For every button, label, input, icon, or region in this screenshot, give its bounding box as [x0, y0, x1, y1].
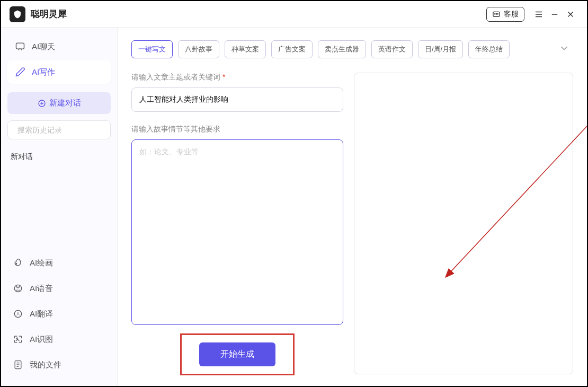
- sidebar-item-voice[interactable]: AI语音: [7, 277, 111, 300]
- svg-point-2: [496, 13, 496, 14]
- search-input[interactable]: [17, 126, 110, 134]
- svg-point-1: [495, 13, 495, 14]
- svg-point-19: [19, 286, 20, 287]
- new-conversation-button[interactable]: 新建对话: [7, 92, 111, 114]
- extra-label: 请输入故事情节等其他要求: [131, 125, 343, 134]
- tab-english[interactable]: 英语作文: [371, 40, 413, 58]
- output-panel: [354, 73, 573, 374]
- minimize-icon[interactable]: [547, 6, 563, 22]
- sidebar-item-label: AI翻译: [30, 309, 53, 319]
- svg-point-3: [497, 13, 498, 14]
- main-content: 一键写文 八卦故事 种草文案 广告文案 卖点生成器 英语作文 日/周/月报 年终…: [118, 28, 587, 386]
- sidebar-item-files[interactable]: 我的文件: [7, 353, 111, 376]
- extra-textarea[interactable]: [131, 139, 343, 325]
- generate-highlight-box: 开始生成: [180, 333, 295, 375]
- chevron-down-icon[interactable]: [555, 39, 573, 59]
- sidebar-item-image[interactable]: AI识图: [7, 328, 111, 351]
- tab-yearend[interactable]: 年终总结: [468, 40, 510, 58]
- tab-gossip[interactable]: 八卦故事: [178, 40, 219, 58]
- svg-point-18: [16, 286, 17, 287]
- svg-text:A: A: [16, 311, 20, 316]
- sidebar-item-paint[interactable]: AI绘画: [7, 251, 111, 275]
- generate-button[interactable]: 开始生成: [199, 342, 275, 366]
- tab-seeding[interactable]: 种草文案: [225, 40, 266, 58]
- sidebar-item-label: AI绘画: [30, 258, 53, 268]
- new-conv-label: 新建对话: [49, 98, 81, 108]
- app-logo: [10, 6, 25, 22]
- sidebar-item-write[interactable]: AI写作: [7, 60, 111, 84]
- tab-quick-write[interactable]: 一键写文: [131, 40, 173, 58]
- sidebar-item-label: AI聊天: [32, 42, 55, 52]
- svg-rect-10: [16, 43, 24, 49]
- sidebar-item-chat[interactable]: AI聊天: [7, 35, 111, 58]
- app-title: 聪明灵犀: [31, 8, 67, 20]
- close-icon[interactable]: [563, 6, 578, 22]
- topic-label: 请输入文章主题或者关键词*: [131, 73, 343, 82]
- conversation-item[interactable]: 新对话: [7, 147, 111, 167]
- sidebar-item-label: AI识图: [30, 335, 53, 345]
- sidebar-item-label: 我的文件: [30, 360, 61, 370]
- tab-selling-point[interactable]: 卖点生成器: [318, 40, 366, 58]
- tabs-row: 一键写文 八卦故事 种草文案 广告文案 卖点生成器 英语作文 日/周/月报 年终…: [131, 39, 573, 59]
- sidebar-item-label: AI写作: [32, 67, 55, 77]
- tab-report[interactable]: 日/周/月报: [418, 40, 463, 58]
- sidebar: AI聊天 AI写作 新建对话 新对话 AI绘画 AI语音: [1, 28, 118, 386]
- menu-icon[interactable]: [531, 6, 547, 22]
- support-label: 客服: [504, 10, 519, 19]
- sidebar-item-translate[interactable]: A AI翻译: [7, 302, 111, 326]
- sidebar-item-label: AI语音: [30, 284, 53, 294]
- support-button[interactable]: 客服: [486, 7, 524, 22]
- search-box[interactable]: [7, 120, 111, 139]
- topic-input[interactable]: [131, 87, 343, 112]
- input-panel: 请输入文章主题或者关键词* 请输入故事情节等其他要求 开始生成: [131, 73, 343, 374]
- tab-ad[interactable]: 广告文案: [271, 40, 313, 58]
- svg-point-16: [16, 263, 17, 265]
- titlebar: 聪明灵犀 客服: [1, 1, 587, 28]
